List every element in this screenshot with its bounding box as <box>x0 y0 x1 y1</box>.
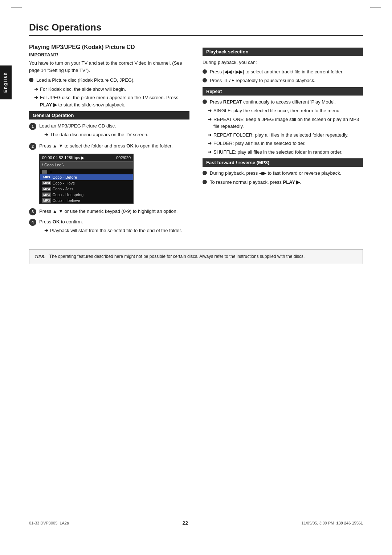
left-column: Playing MP3/JPEG (Kodak) Picture CD IMPO… <box>29 44 189 238</box>
pb-dot1 <box>203 69 207 74</box>
playback-bullet2: Press ⏸ / ▶ repeatedly to pause/resume p… <box>203 77 363 84</box>
r-arrow5: ➜ <box>208 149 212 156</box>
r-arrow2-text: REPEAT ONE: keep a JPEG image still on t… <box>213 116 363 130</box>
ff-dot1 <box>203 171 207 175</box>
sidebar-label: English <box>3 72 8 93</box>
content-columns: Playing MP3/JPEG (Kodak) Picture CD IMPO… <box>29 44 363 238</box>
screen-item-0-text: Coco - Before <box>53 175 77 179</box>
step-num-2: 2 <box>29 143 36 150</box>
screen-item-1: MP3 Coco - I love <box>40 180 133 186</box>
step-num-1: 1 <box>29 123 36 130</box>
screen-item-4-text: Coco - I believe <box>53 198 80 203</box>
step-num-4: 4 <box>29 219 36 226</box>
corner-mark-tl <box>11 7 22 18</box>
step-num-3: 3 <box>29 208 36 215</box>
r-arrow5-text: SHUFFLE: play all files in the selected … <box>213 149 343 156</box>
step-4-text: Press OK to confirm. <box>39 219 83 224</box>
page-container: English Disc Operations Playing MP3/JPEG… <box>0 0 392 555</box>
step-2-content: Press ▲ ▼ to select the folder and press… <box>39 142 189 150</box>
screen-top-left: 00:00 04:52 128Kbps ▶ <box>42 155 84 160</box>
bullet-dot <box>29 78 33 82</box>
arrow-sym2: ➜ <box>34 94 38 101</box>
playback-intro: During playback, you can; <box>203 59 363 66</box>
tips-box: TIPS: The operating features described h… <box>29 249 363 264</box>
screen-item-1-text: Coco - I love <box>53 181 75 185</box>
pb2-text: Press ⏸ / ▶ repeatedly to pause/resume p… <box>210 77 363 84</box>
repeat-arrow4: ➜ FOLDER: play all files in the selected… <box>203 140 363 147</box>
r-arrow3: ➜ <box>208 131 212 139</box>
screen-mockup: 00:00 04:52 128Kbps ▶ 002/020 \ Coco Lee… <box>39 154 134 204</box>
step4-arrow-text: Playback will start from the selected fi… <box>50 227 182 234</box>
step-1: 1 Load an MP3/JPEG Picture CD disc. ➜ Th… <box>29 122 189 139</box>
footer-right: 11/05/05, 3:09 PM 139 246 15561 <box>302 521 363 525</box>
mp3-badge-2: MP3 <box>42 187 51 191</box>
bullet-load-picture: Load a Picture disc (Kodak Picture CD, J… <box>29 77 189 84</box>
step-4-content: Press OK to confirm. ➜ Playback will sta… <box>39 218 189 235</box>
screen-item-2: MP3 Coco - Jazz <box>40 186 133 192</box>
step-3: 3 Press ▲ ▼ or use the numeric keypad (0… <box>29 208 189 215</box>
ff-bullet1: During playback, press ◀▶ to fast forwar… <box>203 170 363 177</box>
r-arrow2: ➜ <box>208 116 212 123</box>
r-arrow4: ➜ <box>208 140 212 147</box>
left-section-title: Playing MP3/JPEG (Kodak) Picture CD <box>29 44 189 50</box>
playback-bullet1: Press |◀◀ / ▶▶| to select another track/… <box>203 68 363 76</box>
ff-bullet2: To resume normal playback, press PLAY ▶. <box>203 179 363 186</box>
ff-heading: Fast forward / reverse (MP3) <box>203 158 363 167</box>
screen-blank: – <box>40 169 133 174</box>
footer: 01-33 DVP3005_LA2a 22 11/05/05, 3:09 PM … <box>29 517 363 526</box>
tips-label: TIPS: <box>34 254 46 260</box>
r-arrow4-text: FOLDER: play all files in the selected f… <box>213 140 306 147</box>
step-1-content: Load an MP3/JPEG Picture CD disc. ➜ The … <box>39 122 189 139</box>
screen-top-right: 002/020 <box>116 155 131 160</box>
rep1-text: Press REPEAT continuously to access diff… <box>210 98 363 106</box>
screen-item-0: MP3 Coco - Before <box>40 174 133 180</box>
bullet-load-picture-text: Load a Picture disc (Kodak Picture CD, J… <box>36 77 189 84</box>
repeat-arrow2: ➜ REPEAT ONE: keep a JPEG image still on… <box>203 116 363 130</box>
screen-item-3: MP3 Coco - Hot spring <box>40 192 133 198</box>
page-number: 22 <box>183 520 188 526</box>
pb-dot2 <box>203 78 207 82</box>
right-column: Playback selection During playback, you … <box>203 44 363 238</box>
screen-path: \ Coco Lee \ <box>40 162 133 169</box>
arrow-jpeg: ➜ For JPEG disc, the picture menu appear… <box>29 94 189 108</box>
arrow-kodak: ➜ For Kodak disc, the slide show will be… <box>29 86 189 93</box>
repeat-bullet1: Press REPEAT continuously to access diff… <box>203 98 363 106</box>
r-arrow1-text: SINGLE: play the selected file once, the… <box>213 107 340 114</box>
screen-item-3-text: Coco - Hot spring <box>53 193 84 197</box>
step4-arrow: ➜ Playback will start from the selected … <box>39 227 189 234</box>
playback-heading: Playback selection <box>203 48 363 56</box>
step1-arrow: ➜ The data disc menu appears on the TV s… <box>39 131 189 138</box>
page-title: Disc Operations <box>29 22 363 36</box>
screen-item-2-text: Coco - Jazz <box>53 187 74 191</box>
mp3-badge-4: MP3 <box>42 198 51 203</box>
pb1-text: Press |◀◀ / ▶▶| to select another track/… <box>210 68 363 76</box>
mp3-badge-0: MP3 <box>42 175 51 179</box>
rep-dot1 <box>203 100 207 104</box>
step-1-text: Load an MP3/JPEG Picture CD disc. <box>39 123 116 129</box>
r-arrow3-text: REPEAT FOLDER: play all files in the sel… <box>213 131 348 139</box>
step-3-content: Press ▲ ▼ or use the numeric keypad (0-9… <box>39 208 189 215</box>
arrow-sym4: ➜ <box>44 227 48 234</box>
important-heading: IMPORTANT! <box>29 52 189 57</box>
tips-text: The operating features described here mi… <box>49 253 305 260</box>
repeat-arrow5: ➜ SHUFFLE: play all files in the selecte… <box>203 149 363 156</box>
gen-op-heading: General Operation <box>29 111 189 119</box>
step-4: 4 Press OK to confirm. ➜ Playback will s… <box>29 218 189 235</box>
step-2: 2 Press ▲ ▼ to select the folder and pre… <box>29 142 189 150</box>
step-2-text: Press ▲ ▼ to select the folder and press… <box>39 143 173 149</box>
step1-arrow-text: The data disc menu appears on the TV scr… <box>50 131 148 138</box>
mp3-badge-1: MP3 <box>42 181 51 185</box>
arrow-sym: ➜ <box>34 86 38 93</box>
corner-mark-bl <box>11 522 22 533</box>
ff2-text: To resume normal playback, press PLAY ▶. <box>210 179 363 186</box>
corner-mark-br <box>370 522 381 533</box>
repeat-arrow1: ➜ SINGLE: play the selected file once, t… <box>203 107 363 114</box>
important-text: You have to turn on your TV and set to t… <box>29 60 189 74</box>
repeat-arrow3: ➜ REPEAT FOLDER: play all files in the s… <box>203 131 363 139</box>
screen-top-bar: 00:00 04:52 128Kbps ▶ 002/020 <box>40 154 133 162</box>
corner-mark-tr <box>370 7 381 18</box>
footer-left: 01-33 DVP3005_LA2a <box>29 521 69 525</box>
arrow-sym3: ➜ <box>44 131 48 138</box>
sidebar-tab: English <box>0 65 12 99</box>
mp3-badge-3: MP3 <box>42 193 51 197</box>
